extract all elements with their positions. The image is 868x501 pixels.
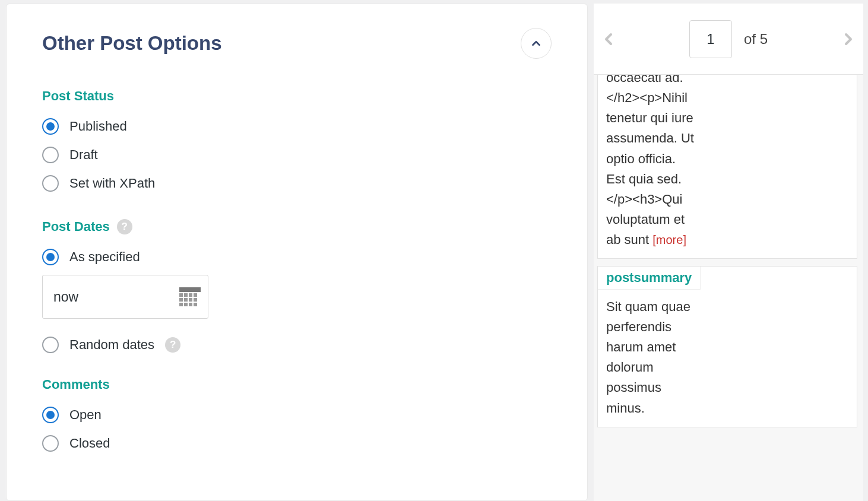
page-total-label: of 5	[744, 31, 768, 47]
post-dates-random[interactable]: Random dates ?	[42, 337, 552, 353]
help-icon[interactable]: ?	[165, 337, 180, 353]
radio-label: Random dates	[69, 337, 154, 353]
preview-panel: of 5 postbody <h2>Dicta hic harum et occ…	[594, 4, 868, 501]
preview-cell-postsummary: postsummary Sit quam quae perferendis ha…	[597, 266, 857, 427]
post-status-published[interactable]: Published	[42, 118, 552, 135]
chevron-up-icon	[530, 37, 543, 50]
radio-label: Set with XPath	[69, 176, 155, 191]
collapse-button[interactable]	[521, 28, 552, 59]
more-link[interactable]: [more]	[652, 233, 686, 246]
post-status-draft[interactable]: Draft	[42, 147, 552, 163]
post-dates-group2: Random dates ?	[42, 337, 552, 353]
radio-icon	[42, 175, 59, 192]
radio-label: Draft	[69, 147, 98, 163]
pager-prev-button[interactable]	[594, 21, 623, 57]
comments-open[interactable]: Open	[42, 407, 552, 423]
date-input[interactable]: now	[42, 275, 208, 319]
comments-closed[interactable]: Closed	[42, 435, 552, 452]
radio-label: As specified	[69, 249, 140, 265]
radio-icon	[42, 337, 59, 353]
chevron-right-icon	[839, 26, 858, 53]
radio-label: Open	[69, 407, 102, 423]
radio-icon	[42, 249, 59, 265]
page-number-input[interactable]	[689, 20, 732, 58]
date-input-value: now	[53, 289, 78, 305]
comments-label: Comments	[42, 377, 552, 392]
chevron-left-icon	[599, 26, 618, 53]
radio-icon	[42, 435, 59, 452]
pager-next-button[interactable]	[834, 21, 863, 57]
preview-key: postsummary	[598, 267, 701, 290]
panel-header: Other Post Options	[42, 28, 552, 59]
preview-cell-postbody: postbody <h2>Dicta hic harum et occaecat…	[597, 75, 857, 259]
comments-group: Open Closed	[42, 407, 552, 452]
post-status-label: Post Status	[42, 88, 552, 104]
radio-icon	[42, 407, 59, 423]
preview-body: Sit quam quae perferendis harum amet dol…	[598, 290, 705, 427]
radio-icon	[42, 118, 59, 135]
panel-title: Other Post Options	[42, 32, 222, 55]
preview-scroll[interactable]: postbody <h2>Dicta hic harum et occaecat…	[594, 75, 863, 501]
help-icon[interactable]: ?	[117, 219, 132, 234]
preview-body: <h2>Dicta hic harum et occaecati ad.</h2…	[598, 75, 705, 258]
calendar-icon[interactable]	[179, 287, 201, 306]
options-panel: Other Post Options Post Status Published…	[6, 4, 588, 501]
pager: of 5	[594, 4, 863, 75]
pager-mid: of 5	[635, 20, 822, 58]
post-dates-as-specified[interactable]: As specified	[42, 249, 552, 265]
radio-label: Published	[69, 119, 127, 134]
radio-icon	[42, 147, 59, 163]
post-status-group: Published Draft Set with XPath	[42, 118, 552, 192]
post-dates-label: Post Dates ?	[42, 219, 552, 234]
radio-label: Closed	[69, 436, 110, 451]
post-status-xpath[interactable]: Set with XPath	[42, 175, 552, 192]
post-dates-group: As specified	[42, 249, 552, 265]
